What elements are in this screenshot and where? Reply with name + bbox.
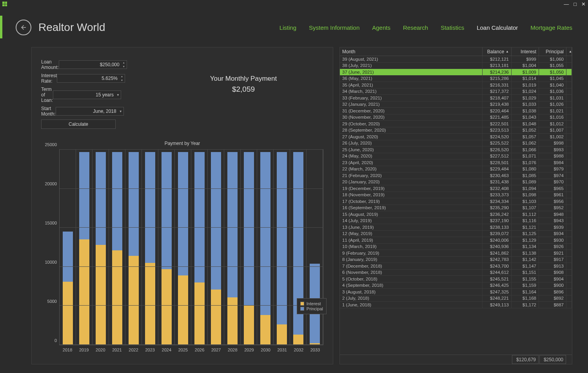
bar-2018[interactable] (63, 232, 73, 345)
cell-balance: $240,936 (483, 244, 512, 250)
x-tick: 2023 (142, 348, 158, 352)
nav-item-research[interactable]: Research (403, 24, 428, 31)
loan-amount-input[interactable] (59, 60, 127, 69)
table-row[interactable]: 24 (May, 2020)$227,512$1,071$988 (340, 153, 572, 160)
table-row[interactable]: 2 (July, 2018)$248,221$1,168$892 (340, 295, 572, 302)
bar-2031[interactable] (277, 152, 287, 345)
cell-balance: $243,700 (483, 263, 512, 269)
table-row[interactable]: 34 (March, 2021)$217,372$1,024$1,036 (340, 89, 572, 95)
bar-2030[interactable] (260, 152, 270, 345)
bar-2027[interactable] (211, 152, 221, 345)
table-row[interactable]: 12 (May, 2019)$239,072$1,125$934 (340, 231, 572, 237)
table-row[interactable]: 11 (April, 2019)$240,006$1,129$930 (340, 237, 572, 244)
nav-item-mortgage-rates[interactable]: Mortgage Rates (530, 24, 572, 31)
cell-principal: $1,012 (539, 121, 566, 127)
table-row[interactable]: 19 (December, 2019)$232,408$1,094$965 (340, 185, 572, 192)
table-row[interactable]: 18 (November, 2019)$233,373$1,098$961 (340, 192, 572, 199)
header-month[interactable]: Month (340, 47, 483, 56)
bar-2028[interactable] (227, 152, 237, 345)
cell-principal: $979 (539, 166, 566, 172)
legend-principal-label: Principal (307, 306, 323, 311)
header-interest[interactable]: Interest (512, 47, 539, 56)
cell-interest: $1,080 (512, 166, 539, 172)
header-principal[interactable]: Principal (539, 47, 566, 56)
bar-2022[interactable] (129, 152, 138, 345)
cell-interest: $1,014 (512, 76, 539, 82)
table-row[interactable]: 38 (July, 2021)$213,181$1,004$1,055 (340, 63, 572, 69)
bar-2026[interactable] (194, 152, 204, 345)
loan-amount-spinner[interactable]: ▲▼ (121, 61, 127, 69)
table-row[interactable]: 28 (September, 2020)$223,513$1,052$1,007 (340, 127, 572, 134)
bar-2032[interactable] (293, 152, 303, 345)
calculate-button[interactable]: Calculate (41, 120, 116, 129)
table-row[interactable]: 10 (March, 2019)$240,936$1,134$926 (340, 244, 572, 250)
table-row[interactable]: 1 (June, 2018)$249,113$1,172$887 (340, 302, 572, 308)
y-tick: 15000 (45, 221, 57, 225)
table-row[interactable]: 39 (August, 2021)$212,121$999$1,060 (340, 56, 572, 63)
table-row[interactable]: 17 (October, 2019)$234,334$1,103$956 (340, 198, 572, 205)
payment-title: Your Monthly Payment (185, 75, 302, 83)
cell-principal: $921 (539, 250, 566, 256)
table-row[interactable]: 29 (October, 2020)$222,501$1,048$1,012 (340, 121, 572, 127)
table-row[interactable]: 8 (January, 2019)$242,783$1,142$917 (340, 257, 572, 263)
table-row[interactable]: 15 (August, 2019)$236,242$1,112$948 (340, 211, 572, 218)
bar-2021[interactable] (112, 152, 122, 345)
cell-balance: $216,331 (483, 82, 512, 88)
table-row[interactable]: 4 (September, 2018)$246,425$1,159$900 (340, 282, 572, 289)
header-scroll-gutter: ▲ (566, 47, 572, 56)
table-row[interactable]: 9 (February, 2019)$241,862$1,138$921 (340, 250, 572, 257)
bar-2019[interactable] (79, 152, 89, 345)
y-tick: 0 (54, 338, 57, 343)
bar-2024[interactable] (162, 152, 171, 345)
bar-2025[interactable] (178, 152, 188, 345)
cell-balance: $235,290 (483, 205, 512, 211)
nav-item-system-information[interactable]: System Information (309, 24, 359, 31)
table-row[interactable]: 5 (October, 2018)$245,521$1,155$904 (340, 276, 572, 282)
nav-item-loan-calculator[interactable]: Loan Calculator (477, 24, 518, 31)
cell-month: 4 (September, 2018) (340, 282, 483, 289)
table-row[interactable]: 36 (May, 2021)$215,286$1,014$1,045 (340, 76, 572, 82)
header-balance[interactable]: Balance▲ (483, 47, 512, 56)
table-row[interactable]: 37 (June, 2021)$214,236$1,009$1,050 (340, 69, 572, 76)
table-row[interactable]: 3 (August, 2018)$247,325$1,164$896 (340, 289, 572, 295)
interest-rate-spinner[interactable]: ▲▼ (119, 74, 125, 82)
table-row[interactable]: 31 (December, 2020)$220,464$1,038$1,021 (340, 108, 572, 114)
cell-interest: $1,033 (512, 101, 539, 108)
back-button[interactable] (16, 20, 31, 35)
table-row[interactable]: 32 (January, 2021)$219,438$1,033$1,026 (340, 101, 572, 108)
nav-item-agents[interactable]: Agents (372, 24, 390, 31)
bar-2029[interactable] (244, 152, 254, 345)
cell-principal: $1,002 (539, 134, 566, 140)
y-tick: 10000 (45, 260, 57, 264)
table-row[interactable]: 20 (January, 2020)$231,438$1,089$970 (340, 179, 572, 186)
cell-month: 38 (July, 2021) (340, 63, 483, 69)
bar-2020[interactable] (96, 152, 105, 345)
table-row[interactable]: 6 (November, 2018)$244,612$1,151$908 (340, 270, 572, 276)
maximize-button[interactable]: □ (573, 1, 577, 7)
table-row[interactable]: 14 (July, 2019)$237,190$1,116$943 (340, 218, 572, 225)
cell-interest: $1,147 (512, 263, 539, 269)
table-row[interactable]: 33 (February, 2021)$218,407$1,029$1,031 (340, 95, 572, 101)
table-row[interactable]: 21 (February, 2020)$230,463$1,085$974 (340, 172, 572, 179)
x-tick: 2021 (109, 348, 125, 352)
table-row[interactable]: 7 (December, 2018)$243,700$1,147$913 (340, 263, 572, 270)
bar-2023[interactable] (145, 152, 155, 345)
minimize-button[interactable]: — (564, 1, 569, 7)
table-row[interactable]: 35 (April, 2021)$216,331$1,019$1,040 (340, 82, 572, 89)
nav-item-listing[interactable]: Listing (279, 24, 296, 31)
term-input[interactable] (53, 91, 121, 99)
table-row[interactable]: 23 (April, 2020)$228,501$1,076$984 (340, 159, 572, 166)
nav-item-statistics[interactable]: Statistics (441, 24, 464, 31)
interest-rate-input[interactable] (57, 74, 125, 83)
table-row[interactable]: 27 (August, 2020)$224,520$1,057$1,002 (340, 134, 572, 140)
cell-month: 20 (January, 2020) (340, 179, 483, 185)
start-month-input[interactable] (56, 107, 124, 116)
table-row[interactable]: 25 (June, 2020)$226,520$1,066$993 (340, 147, 572, 153)
close-button[interactable]: ✕ (581, 1, 586, 7)
table-row[interactable]: 13 (June, 2019)$238,133$1,121$939 (340, 224, 572, 231)
table-row[interactable]: 16 (September, 2019)$235,290$1,107$952 (340, 205, 572, 212)
table-row[interactable]: 26 (July, 2020)$225,522$1,062$998 (340, 140, 572, 147)
table-row[interactable]: 30 (November, 2020)$221,485$1,043$1,016 (340, 114, 572, 121)
table-rows-scroll[interactable]: 39 (August, 2021)$212,121$999$1,06038 (J… (340, 56, 572, 355)
table-row[interactable]: 22 (March, 2020)$229,484$1,080$979 (340, 166, 572, 173)
